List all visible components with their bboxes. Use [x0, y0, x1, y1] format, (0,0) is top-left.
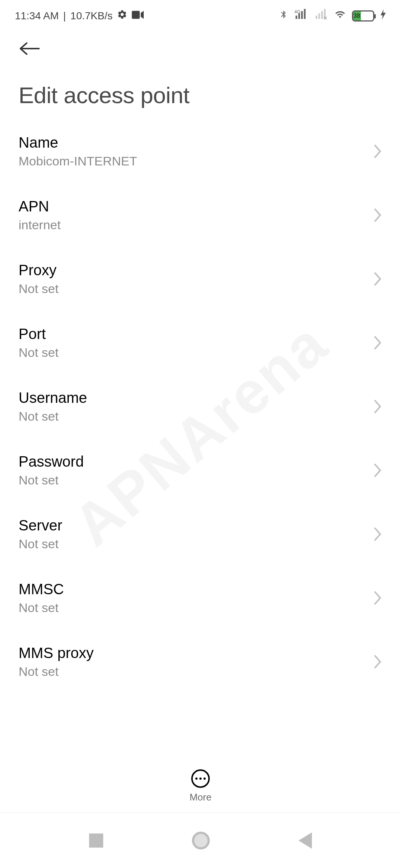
- setting-value: Not set: [19, 409, 374, 424]
- nav-back-button[interactable]: [299, 832, 312, 849]
- chevron-right-icon: [374, 654, 382, 669]
- back-button[interactable]: [19, 37, 41, 60]
- page-title: Edit access point: [0, 63, 401, 119]
- setting-value: internet: [19, 218, 374, 232]
- setting-label: Server: [19, 517, 374, 534]
- status-time: 11:34 AM: [15, 10, 59, 22]
- bottom-action-bar: More: [0, 762, 401, 803]
- setting-item-mms-proxy[interactable]: MMS proxy Not set: [19, 630, 382, 694]
- chevron-right-icon: [374, 272, 382, 286]
- chevron-right-icon: [374, 208, 382, 223]
- setting-label: APN: [19, 198, 374, 215]
- setting-item-server[interactable]: Server Not set: [19, 502, 382, 566]
- battery-level: 38: [353, 11, 361, 20]
- setting-label: Port: [19, 326, 374, 342]
- setting-item-proxy[interactable]: Proxy Not set: [19, 247, 382, 311]
- signal-nosim-icon: ✕: [314, 9, 328, 23]
- setting-label: Password: [19, 453, 374, 470]
- status-separator: |: [63, 10, 66, 22]
- setting-label: Name: [19, 134, 374, 151]
- dot-icon: [199, 777, 202, 780]
- charging-icon: [380, 9, 386, 22]
- setting-value: Not set: [19, 345, 374, 360]
- status-bar: 11:34 AM | 10.7KB/s 4G ✕ 38: [0, 0, 401, 26]
- arrow-left-icon: [19, 41, 41, 56]
- nav-home-button[interactable]: [192, 832, 210, 849]
- svg-text:✕: ✕: [323, 15, 328, 20]
- more-label: More: [189, 792, 211, 803]
- chevron-right-icon: [374, 144, 382, 159]
- setting-label: MMS proxy: [19, 645, 374, 661]
- chevron-right-icon: [374, 591, 382, 605]
- gear-icon: [117, 9, 127, 22]
- camera-icon: [132, 10, 144, 22]
- signal-4g-icon: 4G: [294, 9, 308, 23]
- dot-icon: [195, 777, 198, 780]
- chevron-right-icon: [374, 335, 382, 350]
- more-button[interactable]: [191, 769, 210, 788]
- setting-value: Mobicom-INTERNET: [19, 154, 374, 168]
- navigation-bar: [0, 812, 401, 868]
- setting-value: Not set: [19, 282, 374, 296]
- chevron-right-icon: [374, 527, 382, 542]
- setting-value: Not set: [19, 537, 374, 551]
- setting-item-password[interactable]: Password Not set: [19, 438, 382, 502]
- setting-value: Not set: [19, 601, 374, 615]
- setting-item-username[interactable]: Username Not set: [19, 375, 382, 438]
- setting-value: Not set: [19, 664, 374, 679]
- nav-recent-button[interactable]: [89, 834, 103, 848]
- chevron-right-icon: [374, 463, 382, 478]
- setting-label: MMSC: [19, 581, 374, 598]
- svg-rect-0: [132, 11, 140, 19]
- status-speed: 10.7KB/s: [71, 10, 113, 22]
- battery-icon: 38: [352, 10, 374, 22]
- setting-label: Proxy: [19, 262, 374, 279]
- settings-list: Name Mobicom-INTERNET APN internet Proxy…: [0, 119, 401, 694]
- bluetooth-icon: [279, 9, 288, 23]
- setting-item-port[interactable]: Port Not set: [19, 311, 382, 375]
- setting-item-mmsc[interactable]: MMSC Not set: [19, 566, 382, 630]
- dot-icon: [203, 777, 206, 780]
- setting-item-apn[interactable]: APN internet: [19, 183, 382, 247]
- setting-item-name[interactable]: Name Mobicom-INTERNET: [19, 119, 382, 183]
- setting-label: Username: [19, 389, 374, 406]
- chevron-right-icon: [374, 399, 382, 414]
- setting-value: Not set: [19, 473, 374, 487]
- wifi-icon: [334, 9, 346, 22]
